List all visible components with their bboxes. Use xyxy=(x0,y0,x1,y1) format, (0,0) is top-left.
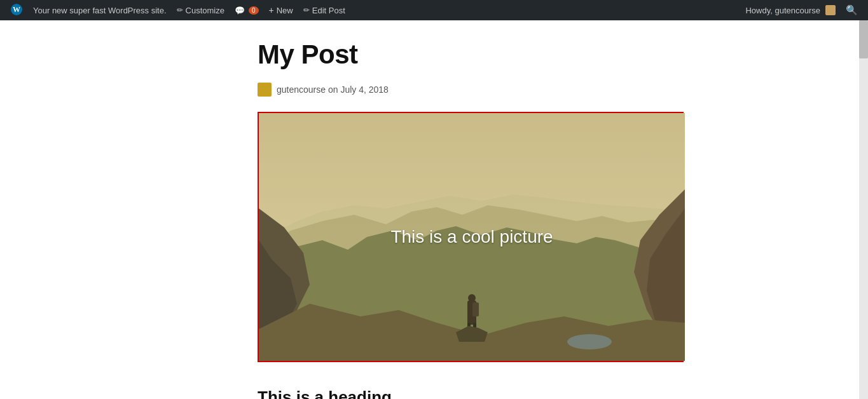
cover-image: This is a cool picture xyxy=(259,113,685,361)
site-name-label: Your new super fast WordPress site. xyxy=(33,6,167,15)
search-button[interactable]: 🔍 xyxy=(841,0,863,20)
post-meta-text: gutencourse on July 4, 2018 xyxy=(277,85,389,95)
post-meta: gutencourse on July 4, 2018 xyxy=(258,83,804,97)
howdy-button[interactable]: Howdy, gutencourse xyxy=(740,0,841,20)
new-label: New xyxy=(277,6,293,15)
post-title: My Post xyxy=(258,39,804,70)
adminbar-right: Howdy, gutencourse 🔍 xyxy=(740,0,863,20)
site-name-button[interactable]: Your new super fast WordPress site. xyxy=(28,0,172,20)
comments-icon: 💬 xyxy=(235,6,245,15)
post-heading: This is a heading xyxy=(258,388,804,399)
scrollbar-thumb[interactable] xyxy=(859,20,868,58)
customize-label: Customize xyxy=(186,6,224,15)
customize-button[interactable]: ✏ Customize xyxy=(172,0,230,20)
edit-icon: ✏ xyxy=(303,6,310,15)
edit-post-label: Edit Post xyxy=(312,6,345,15)
wp-logo-icon: W xyxy=(10,3,23,18)
page-content: My Post gutencourse on July 4, 2018 xyxy=(245,20,817,399)
comments-count: 0 xyxy=(249,6,259,15)
svg-text:W: W xyxy=(13,5,20,14)
cover-text: This is a cool picture xyxy=(390,227,553,247)
customize-icon: ✏ xyxy=(177,6,183,15)
howdy-label: Howdy, gutencourse xyxy=(745,6,820,15)
author-avatar xyxy=(258,83,272,97)
user-avatar xyxy=(825,5,836,15)
cover-block-selected[interactable]: This is a cool picture xyxy=(258,112,684,362)
search-icon: 🔍 xyxy=(846,4,858,16)
scrollbar[interactable] xyxy=(859,20,868,399)
edit-post-button[interactable]: ✏ Edit Post xyxy=(298,0,350,20)
admin-bar: W Your new super fast WordPress site. ✏ … xyxy=(0,0,868,20)
comments-button[interactable]: 💬 0 xyxy=(230,0,264,20)
plus-icon: + xyxy=(269,5,274,15)
wp-logo-button[interactable]: W xyxy=(5,0,28,20)
new-button[interactable]: + New xyxy=(264,0,298,20)
